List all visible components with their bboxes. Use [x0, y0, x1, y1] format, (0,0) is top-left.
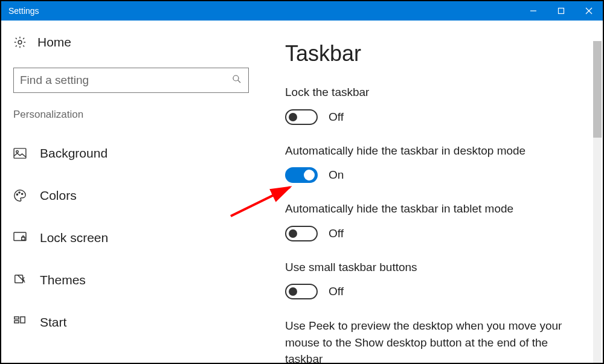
toggle-knob	[289, 229, 297, 238]
toggle-row: Off	[285, 284, 591, 299]
window-title: Settings	[8, 6, 39, 16]
themes-icon	[13, 273, 27, 287]
toggle-autohide-tablet[interactable]	[285, 226, 318, 241]
minimize-button[interactable]	[519, 1, 547, 21]
toggle-knob	[289, 287, 297, 296]
scrollbar[interactable]	[593, 41, 602, 364]
toggle-row: Off	[285, 226, 591, 241]
svg-point-4	[18, 40, 22, 44]
lockscreen-icon	[13, 231, 27, 244]
main-panel: Taskbar Lock the taskbar Off Automatical…	[261, 21, 603, 363]
setting-label: Lock the taskbar	[285, 85, 591, 101]
toggle-state: Off	[329, 227, 344, 240]
sidebar: Home Find a setting Personalization Back…	[1, 21, 261, 363]
svg-rect-13	[22, 237, 25, 240]
sidebar-item-label: Themes	[40, 273, 86, 287]
home-nav[interactable]: Home	[13, 35, 249, 49]
picture-icon	[13, 147, 27, 160]
maximize-button[interactable]	[547, 1, 575, 21]
titlebar: Settings	[1, 1, 603, 21]
sidebar-item-background[interactable]: Background	[13, 138, 249, 169]
toggle-autohide-desktop[interactable]	[285, 167, 318, 183]
start-icon	[13, 316, 27, 329]
search-placeholder: Find a setting	[20, 74, 231, 87]
minimize-icon	[530, 7, 537, 14]
setting-small-buttons: Use small taskbar buttons Off	[285, 260, 591, 300]
svg-point-5	[233, 75, 239, 81]
toggle-small-buttons[interactable]	[285, 284, 318, 299]
maximize-icon	[557, 7, 565, 14]
toggle-knob	[289, 113, 297, 121]
section-label: Personalization	[13, 109, 249, 121]
close-button[interactable]	[575, 1, 603, 21]
setting-label: Use small taskbar buttons	[285, 260, 591, 276]
window-controls	[519, 1, 603, 21]
toggle-state: Off	[329, 110, 344, 124]
svg-rect-16	[14, 321, 19, 323]
svg-point-9	[16, 194, 18, 195]
sidebar-item-label: Colors	[40, 188, 77, 203]
content: Home Find a setting Personalization Back…	[1, 21, 603, 363]
setting-peek-description: Use Peek to preview the desktop when you…	[285, 318, 575, 363]
search-icon	[231, 74, 242, 88]
sidebar-item-label: Start	[40, 315, 66, 330]
svg-rect-15	[14, 317, 19, 319]
toggle-knob	[304, 170, 315, 180]
svg-point-8	[16, 151, 19, 153]
svg-line-6	[238, 80, 240, 82]
setting-label: Automatically hide the taskbar in tablet…	[285, 201, 591, 217]
svg-point-11	[22, 193, 23, 194]
close-icon	[585, 7, 593, 14]
sidebar-item-themes[interactable]: Themes	[13, 264, 249, 296]
page-title: Taskbar	[285, 41, 591, 66]
palette-icon	[13, 189, 27, 202]
svg-rect-17	[21, 317, 25, 323]
toggle-row: Off	[285, 109, 591, 125]
sidebar-item-colors[interactable]: Colors	[13, 180, 249, 211]
scrollbar-thumb[interactable]	[593, 41, 602, 138]
toggle-row: On	[285, 167, 591, 183]
search-input[interactable]: Find a setting	[13, 68, 249, 93]
toggle-state: Off	[329, 285, 344, 298]
setting-label: Automatically hide the taskbar in deskto…	[285, 143, 591, 159]
sidebar-item-start[interactable]: Start	[13, 307, 249, 338]
sidebar-item-label: Background	[40, 146, 108, 161]
svg-rect-7	[14, 148, 26, 158]
setting-lock-taskbar: Lock the taskbar Off	[285, 85, 591, 125]
setting-autohide-tablet: Automatically hide the taskbar in tablet…	[285, 201, 591, 241]
home-label: Home	[37, 35, 71, 49]
setting-autohide-desktop: Automatically hide the taskbar in deskto…	[285, 143, 591, 184]
toggle-lock-taskbar[interactable]	[285, 109, 318, 125]
sidebar-item-lockscreen[interactable]: Lock screen	[13, 222, 249, 254]
svg-point-10	[19, 192, 20, 193]
gear-icon	[13, 36, 27, 49]
toggle-state: On	[329, 168, 344, 182]
sidebar-item-label: Lock screen	[40, 231, 108, 245]
svg-rect-1	[559, 8, 564, 14]
